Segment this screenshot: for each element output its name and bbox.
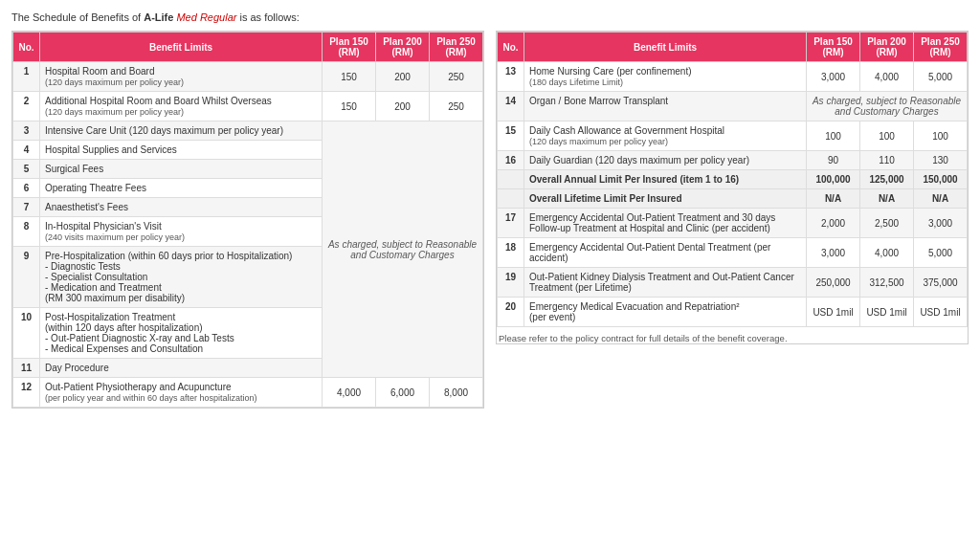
- row-value-p200: 100: [860, 121, 914, 151]
- row-no: 1: [13, 62, 40, 92]
- row-benefit: Emergency Accidental Out-Patient Dental …: [524, 238, 807, 268]
- row-no: 5: [13, 160, 40, 179]
- row-no: 6: [13, 179, 40, 198]
- row-value-p250: 250: [430, 62, 483, 92]
- table1-header-plan150: Plan 150 (RM): [323, 33, 376, 62]
- row-benefit: Daily Cash Allowance at Government Hospi…: [524, 121, 807, 151]
- table1-container: No. Benefit Limits Plan 150 (RM) Plan 20…: [11, 31, 484, 408]
- summary-label: Overall Lifetime Limit Per Insured: [524, 189, 807, 209]
- row-no: 7: [13, 198, 40, 217]
- row-value-p200: 6,000: [376, 378, 430, 408]
- row-value-p250: 8,000: [430, 378, 483, 408]
- row-no: 10: [13, 308, 40, 359]
- table-row: 13Home Nursing Care (per confinement)(18…: [498, 62, 968, 92]
- span-cell-charged: As charged, subject to Reasonable and Cu…: [807, 92, 968, 121]
- row-value-p200: 2,500: [860, 209, 914, 238]
- summary-value-p250: N/A: [914, 189, 968, 209]
- row-value-p250: 5,000: [914, 238, 968, 268]
- row-benefit: Out-Patient Physiotherapy and Acupunctur…: [40, 378, 323, 408]
- table-row: 3Intensive Care Unit (120 days maximum p…: [13, 121, 483, 141]
- summary-value-p200: 125,000: [860, 170, 914, 189]
- row-value-p200: 312,500: [860, 268, 914, 298]
- row-value-p250: 100: [914, 121, 968, 151]
- row-value-p150: 3,000: [807, 62, 860, 92]
- row-value-p150: USD 1mil: [807, 298, 860, 327]
- row-value-p250: USD 1mil: [914, 298, 968, 327]
- row-value-p200: 200: [376, 62, 430, 92]
- summary-value-p150: 100,000: [807, 170, 860, 189]
- row-no: 20: [498, 298, 524, 327]
- table-row: 1Hospital Room and Board(120 days maximu…: [13, 62, 483, 92]
- row-no: 19: [498, 268, 524, 298]
- row-benefit: Operating Theatre Fees: [40, 179, 323, 198]
- table-row: 14Organ / Bone Marrow TransplantAs charg…: [498, 92, 968, 121]
- summary-value-p200: N/A: [860, 189, 914, 209]
- footnote: Please refer to the policy contract for …: [497, 333, 968, 343]
- table-row: 16Daily Guardian (120 days maximum per p…: [498, 151, 968, 170]
- table-row: 17Emergency Accidental Out-Patient Treat…: [498, 209, 968, 238]
- intro-suffix: is as follows:: [236, 11, 299, 23]
- table1: No. Benefit Limits Plan 150 (RM) Plan 20…: [12, 32, 483, 408]
- table1-header-plan250: Plan 250 (RM): [430, 33, 483, 62]
- table-row: 2Additional Hospital Room and Board Whil…: [13, 92, 483, 121]
- row-no: 2: [13, 92, 40, 121]
- product-name: Med Regular: [176, 11, 236, 23]
- row-value-p150: 150: [323, 92, 376, 121]
- row-benefit: Surgical Fees: [40, 160, 323, 179]
- table2: No. Benefit Limits Plan 150 (RM) Plan 20…: [497, 32, 968, 327]
- table-row: 15Daily Cash Allowance at Government Hos…: [498, 121, 968, 151]
- table1-header-plan200: Plan 200 (RM): [376, 33, 430, 62]
- row-value-p150: 3,000: [807, 238, 860, 268]
- row-benefit: Post-Hospitalization Treatment(within 12…: [40, 308, 323, 359]
- row-no: 8: [13, 217, 40, 247]
- row-no: 4: [13, 141, 40, 160]
- row-benefit: Additional Hospital Room and Board Whils…: [40, 92, 323, 121]
- summary-value-p250: 150,000: [914, 170, 968, 189]
- row-value-p250: 3,000: [914, 209, 968, 238]
- row-value-p150: 4,000: [323, 378, 376, 408]
- row-value-p200: USD 1mil: [860, 298, 914, 327]
- row-benefit: Hospital Supplies and Services: [40, 141, 323, 160]
- summary-no: [498, 189, 524, 209]
- table2-header-no: No.: [498, 33, 524, 62]
- row-no: 13: [498, 62, 524, 92]
- row-no: 11: [13, 359, 40, 378]
- row-no: 16: [498, 151, 524, 170]
- row-benefit: In-Hospital Physician's Visit(240 visits…: [40, 217, 323, 247]
- row-no: 3: [13, 121, 40, 141]
- row-benefit: Emergency Medical Evacuation and Repatri…: [524, 298, 807, 327]
- table2-header-plan200: Plan 200 (RM): [860, 33, 914, 62]
- row-no: 12: [13, 378, 40, 408]
- row-value-p150: 90: [807, 151, 860, 170]
- row-benefit: Organ / Bone Marrow Transplant: [524, 92, 807, 121]
- brand-name: A-Life: [144, 11, 173, 23]
- row-no: 18: [498, 238, 524, 268]
- row-value-p200: 4,000: [860, 62, 914, 92]
- summary-label: Overall Annual Limit Per Insured (item 1…: [524, 170, 807, 189]
- tables-wrapper: No. Benefit Limits Plan 150 (RM) Plan 20…: [11, 31, 969, 408]
- table1-header-no: No.: [13, 33, 40, 62]
- intro-text: The Schedule of Benefits of A-Life Med R…: [11, 11, 969, 23]
- row-value-p250: 130: [914, 151, 968, 170]
- table2-header-plan150: Plan 150 (RM): [807, 33, 860, 62]
- table2-container: No. Benefit Limits Plan 150 (RM) Plan 20…: [496, 31, 969, 344]
- row-benefit: Home Nursing Care (per confinement)(180 …: [524, 62, 807, 92]
- table1-header-benefit: Benefit Limits: [40, 33, 323, 62]
- row-value-p250: 5,000: [914, 62, 968, 92]
- summary-no: [498, 170, 524, 189]
- row-benefit: Daily Guardian (120 days maximum per pol…: [524, 151, 807, 170]
- row-value-p200: 4,000: [860, 238, 914, 268]
- row-value-p250: 375,000: [914, 268, 968, 298]
- span-cell-charged: As charged, subject to Reasonable and Cu…: [323, 121, 483, 378]
- row-benefit: Out-Patient Kidney Dialysis Treatment an…: [524, 268, 807, 298]
- row-no: 14: [498, 92, 524, 121]
- row-value-p250: 250: [430, 92, 483, 121]
- row-benefit: Day Procedure: [40, 359, 323, 378]
- row-value-p200: 200: [376, 92, 430, 121]
- table-row: 19Out-Patient Kidney Dialysis Treatment …: [498, 268, 968, 298]
- table2-header-plan250: Plan 250 (RM): [914, 33, 968, 62]
- row-benefit: Intensive Care Unit (120 days maximum pe…: [40, 121, 323, 141]
- row-value-p200: 110: [860, 151, 914, 170]
- row-no: 9: [13, 247, 40, 308]
- row-value-p150: 150: [323, 62, 376, 92]
